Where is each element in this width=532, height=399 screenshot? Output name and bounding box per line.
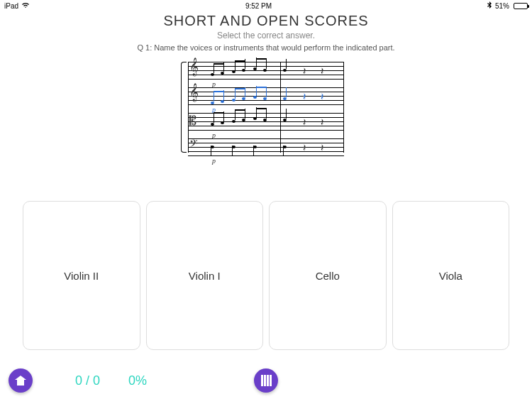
staff-2-highlighted: 𝄞 p 𝄽 𝄽	[188, 87, 344, 107]
answer-label: Viola	[439, 270, 462, 282]
question-text: Q 1: Name the voices or instruments that…	[0, 43, 532, 52]
answer-card-3[interactable]: Cello	[269, 201, 387, 350]
home-icon	[15, 376, 26, 386]
clock: 9:52 PM	[245, 2, 272, 10]
score-excerpt: 𝄞 p 𝄽 𝄽	[0, 62, 532, 164]
answer-label: Cello	[316, 270, 340, 282]
piano-icon	[261, 375, 272, 386]
score-counter: 0 / 0	[75, 373, 100, 388]
staff-4: 𝄢 p 𝄽 𝄽	[188, 138, 344, 158]
answer-grid: Violin II Violin I Cello Viola	[23, 201, 509, 350]
header: SHORT AND OPEN SCORES Select the correct…	[0, 13, 532, 52]
staff-3: 𝄡 p 𝄽 𝄽	[188, 113, 344, 133]
piano-button[interactable]	[254, 368, 278, 393]
device-label: iPad	[4, 2, 18, 10]
bluetooth-icon	[487, 1, 492, 11]
answer-label: Violin II	[64, 270, 99, 282]
page-title: SHORT AND OPEN SCORES	[0, 13, 532, 29]
status-bar: iPad 9:52 PM 51%	[0, 0, 532, 11]
battery-icon	[512, 3, 528, 9]
answer-card-1[interactable]: Violin II	[23, 201, 140, 350]
answer-card-2[interactable]: Violin I	[146, 201, 264, 350]
battery-pct: 51%	[495, 2, 509, 10]
percent-counter: 0%	[128, 373, 147, 388]
home-button[interactable]	[9, 368, 33, 393]
answer-label: Violin I	[189, 270, 221, 282]
wifi-icon	[21, 2, 30, 10]
page-subtitle: Select the correct answer.	[0, 31, 532, 40]
bottom-bar: 0 / 0 0%	[0, 366, 532, 395]
answer-card-4[interactable]: Viola	[392, 201, 510, 350]
staff-1: 𝄞 p 𝄽 𝄽	[188, 62, 344, 82]
